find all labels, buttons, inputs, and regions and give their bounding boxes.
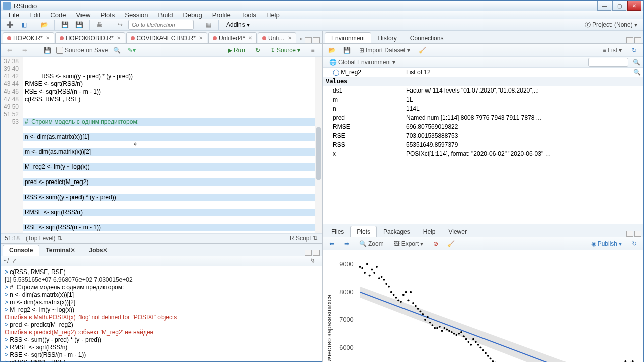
env-table[interactable]: ◯ M_reg2List of 12🔍Valuesds1Factor w/ 11… [323, 68, 643, 224]
menu-code[interactable]: Code [45, 11, 71, 19]
min-pane-icon[interactable] [626, 37, 633, 43]
max-pane-icon[interactable] [313, 37, 320, 43]
maximize-button[interactable]: ▢ [612, 1, 626, 11]
menu-help[interactable]: Help [261, 11, 285, 19]
env-search-input[interactable] [588, 58, 628, 67]
close-tab-icon[interactable]: ✕ [103, 247, 108, 254]
menu-plots[interactable]: Plots [95, 11, 120, 19]
save-button[interactable]: 💾 [59, 19, 71, 30]
new-project-button[interactable]: ◧ [18, 19, 30, 30]
minimize-button[interactable]: — [597, 1, 611, 11]
svg-point-57 [463, 336, 465, 338]
tab-nav-icon[interactable]: » [297, 34, 305, 43]
env-row[interactable]: ◯ M_reg2List of 12🔍 [323, 68, 643, 77]
plots-tab-packages[interactable]: Packages [377, 226, 417, 237]
close-tab-icon[interactable]: ✕ [117, 35, 121, 41]
zoom-button[interactable]: 🔍 Zoom [356, 239, 387, 248]
import-dataset-menu[interactable]: ⊞ Import Dataset ▾ [356, 46, 414, 55]
env-row[interactable]: RSS55351649.8597379 [323, 140, 643, 149]
goto-file-input[interactable] [128, 20, 194, 30]
console-tab-console[interactable]: Console [3, 245, 39, 256]
menu-profile[interactable]: Profile [207, 11, 236, 19]
menu-view[interactable]: View [71, 11, 95, 19]
rerun-icon[interactable]: ↻ [252, 45, 264, 56]
console-tab-terminal[interactable]: Terminal ✕ [39, 245, 82, 256]
env-tab-connections[interactable]: Connections [404, 32, 450, 43]
publish-menu[interactable]: ◉ Publish ▾ [588, 239, 625, 248]
project-menu[interactable]: ⓡ Project: (None) ▾ [585, 21, 640, 29]
export-menu[interactable]: 🖼 Export ▾ [390, 239, 427, 248]
print-button[interactable]: 🖶 [94, 19, 106, 30]
new-file-button[interactable]: ➕ [4, 19, 16, 30]
source-button[interactable]: ↧ Source ▾ [267, 46, 304, 55]
find-icon[interactable]: 🔍 [111, 45, 123, 56]
outline-icon[interactable]: ≡ [307, 45, 319, 56]
save-env-icon[interactable]: 💾 [341, 45, 353, 56]
clear-console-icon[interactable]: ↯ [307, 255, 319, 266]
remove-plot-icon[interactable]: ⊘ [430, 238, 442, 249]
close-tab-icon[interactable]: ✕ [70, 247, 75, 254]
env-row[interactable]: predNamed num [1:114] 8008 7976 7943 791… [323, 113, 643, 122]
editor-tab[interactable]: ПОРОК.R*✕ [3, 32, 54, 43]
load-icon[interactable]: 📂 [326, 45, 338, 56]
plots-tab-files[interactable]: Files [325, 226, 350, 237]
menu-edit[interactable]: Edit [24, 11, 45, 19]
console-output[interactable]: > c(RSS, RMSE, RSE)[1] 5.535165e+07 6.96… [1, 266, 322, 362]
save-all-button[interactable]: 💾 [73, 19, 85, 30]
menu-file[interactable]: File [4, 11, 24, 19]
menu-debug[interactable]: Debug [178, 11, 207, 19]
min-pane-icon[interactable] [305, 250, 312, 256]
close-tab-icon[interactable]: ✕ [248, 35, 252, 41]
env-row[interactable]: m1L [323, 95, 643, 104]
env-row[interactable]: ds1Factor w/ 114 levels "01.07.2020","01… [323, 86, 643, 95]
max-pane-icon[interactable] [634, 231, 641, 237]
scope-menu[interactable]: 🌐 Global Environment ▾ [326, 58, 399, 67]
min-pane-icon[interactable] [305, 37, 312, 43]
editor-tab[interactable]: COVIDКАЧЕСТВО.R*✕ [126, 32, 207, 43]
refresh-env-icon[interactable]: ↻ [628, 45, 640, 56]
env-tab-history[interactable]: History [371, 32, 403, 43]
min-pane-icon[interactable] [626, 231, 633, 237]
max-pane-icon[interactable] [313, 250, 320, 256]
env-row[interactable]: n114L [323, 104, 643, 113]
addins-menu[interactable]: Addins ▾ [223, 20, 253, 29]
env-row[interactable]: RSE703.001535888753 [323, 131, 643, 140]
close-button[interactable]: ✕ [627, 1, 641, 11]
source-on-save-checkbox[interactable]: Source on Save [56, 47, 108, 54]
env-row[interactable]: xPOSIXct[1:114], format: "2020-06-02" "2… [323, 149, 643, 158]
editor-tab[interactable]: Unti…✕ [258, 32, 296, 43]
close-tab-icon[interactable]: ✕ [46, 35, 50, 41]
svg-point-39 [419, 311, 421, 313]
back-icon[interactable]: ⬅ [4, 45, 16, 56]
open-file-button[interactable]: 📂 [38, 19, 50, 30]
close-tab-icon[interactable]: ✕ [288, 35, 292, 41]
menu-tools[interactable]: Tools [236, 11, 261, 19]
grid-icon[interactable]: ▦ [202, 19, 214, 30]
editor-tab[interactable]: ПОРОККОВID.R*✕ [55, 32, 125, 43]
plots-tab-viewer[interactable]: Viewer [442, 226, 473, 237]
wand-icon[interactable]: ✎▾ [126, 45, 138, 56]
broom-icon[interactable]: 🧹 [417, 45, 429, 56]
list-view-menu[interactable]: ≡ List ▾ [599, 46, 625, 55]
next-plot-icon[interactable]: ➡ [341, 238, 353, 249]
menu-session[interactable]: Session [120, 11, 153, 19]
scrollbar[interactable] [315, 57, 322, 233]
save-source-icon[interactable]: 💾 [41, 45, 53, 56]
editor-tab[interactable]: Untitled4*✕ [208, 32, 257, 43]
max-pane-icon[interactable] [634, 37, 641, 43]
fwd-icon[interactable]: ➡ [19, 45, 31, 56]
clear-plots-icon[interactable]: 🧹 [445, 238, 457, 249]
plots-tab-plots[interactable]: Plots [350, 226, 377, 237]
run-button[interactable]: ▶ Run [224, 46, 249, 55]
env-row[interactable]: RMSE696.807569019822 [323, 122, 643, 131]
env-tab-environment[interactable]: Environment [325, 32, 371, 43]
code-editor[interactable]: 37 38 39 40 41 42 43 44 45 46 47 48 49 5… [1, 57, 322, 233]
menu-build[interactable]: Build [153, 11, 178, 19]
console-tab-jobs[interactable]: Jobs ✕ [82, 245, 114, 256]
prev-plot-icon[interactable]: ⬅ [326, 238, 338, 249]
refresh-plot-icon[interactable]: ↻ [628, 238, 640, 249]
scope-label[interactable]: (Top Level) ⇅ [26, 235, 62, 242]
plots-tab-help[interactable]: Help [417, 226, 442, 237]
language-label[interactable]: R Script ⇅ [290, 235, 318, 242]
close-tab-icon[interactable]: ✕ [199, 35, 203, 41]
